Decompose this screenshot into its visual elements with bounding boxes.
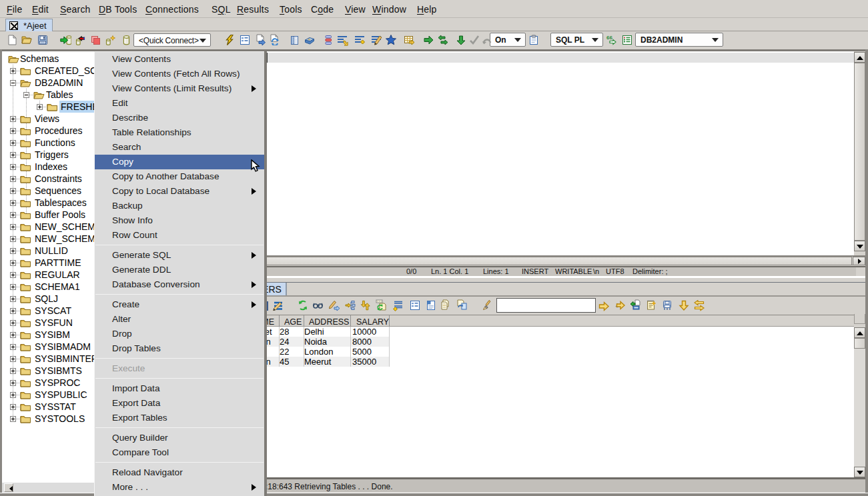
svg-text:66: 66 [606, 35, 612, 41]
